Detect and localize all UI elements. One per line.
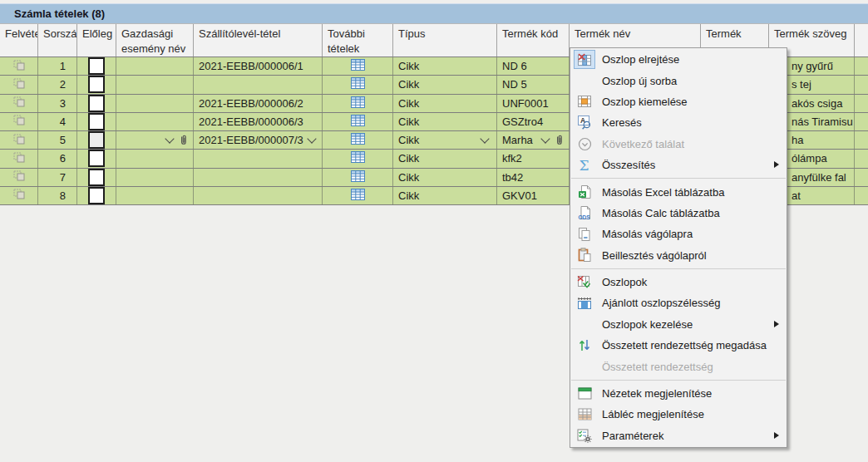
cell-tovabbi-tetelek[interactable]: [323, 150, 393, 167]
cell-tipus[interactable]: Cikk: [393, 57, 497, 75]
cell-szallitolevel-tetel[interactable]: [194, 76, 323, 93]
menu-item[interactable]: ODSMásolás Calc táblázatba: [570, 203, 787, 224]
cell-felvetel[interactable]: [0, 187, 38, 204]
cell-eloleg[interactable]: [77, 113, 116, 130]
cell-tovabbi-tetelek[interactable]: [323, 187, 393, 204]
cell-tipus[interactable]: Cikk: [393, 76, 497, 93]
chevron-down-icon[interactable]: [307, 134, 316, 143]
cell-eloleg[interactable]: [77, 95, 116, 112]
cell-tovabbi-tetelek[interactable]: [323, 113, 393, 130]
cell-sorszam[interactable]: 6: [38, 150, 77, 167]
cell-sorszam[interactable]: 1: [38, 57, 77, 75]
cell-tipus[interactable]: Cikk: [393, 131, 497, 149]
cell-sorszam[interactable]: 8: [38, 187, 77, 204]
cell-szallitolevel-tetel[interactable]: [194, 169, 323, 186]
cell-tipus[interactable]: Cikk: [393, 187, 497, 204]
cell-tipus[interactable]: Cikk: [393, 95, 497, 112]
chevron-down-icon[interactable]: [165, 134, 174, 143]
eloleg-checkbox[interactable]: [88, 57, 105, 75]
column-header-5[interactable]: Szállítólevél-tétel: [194, 24, 323, 57]
cell-szallitolevel-tetel[interactable]: 2021-EEBB/000006/2: [194, 95, 323, 112]
chevron-down-icon[interactable]: [480, 134, 489, 143]
cell-tovabbi-tetelek[interactable]: [323, 131, 393, 149]
cell-gazdasagi-esemeny[interactable]: [116, 57, 194, 75]
cell-szallitolevel-tetel[interactable]: [194, 187, 323, 204]
menu-item[interactable]: Oszlopok: [570, 272, 787, 292]
menu-item[interactable]: Nézetek megjelenítése: [570, 383, 787, 404]
menu-item[interactable]: Lábléc megjelenítése: [570, 404, 787, 425]
cell-eloleg[interactable]: [77, 57, 116, 75]
cell-eloleg[interactable]: [77, 76, 116, 93]
eloleg-checkbox[interactable]: [88, 113, 105, 130]
cell-tovabbi-tetelek[interactable]: [323, 57, 393, 75]
cell-tipus[interactable]: Cikk: [393, 150, 497, 167]
cell-tipus[interactable]: Cikk: [393, 113, 497, 130]
cell-felvetel[interactable]: [0, 131, 38, 149]
cell-tovabbi-tetelek[interactable]: [323, 76, 393, 93]
cell-felvetel[interactable]: [0, 76, 38, 93]
cell-gazdasagi-esemeny[interactable]: [116, 131, 194, 149]
column-header-3[interactable]: Előleg: [77, 24, 116, 57]
cell-sorszam[interactable]: 4: [38, 113, 77, 130]
cell-tovabbi-tetelek[interactable]: [323, 95, 393, 112]
column-header-2[interactable]: Sorszám: [38, 24, 77, 57]
menu-item[interactable]: Oszlopok kezelése: [570, 314, 787, 335]
eloleg-checkbox[interactable]: [88, 95, 105, 112]
cell-gazdasagi-esemeny[interactable]: [116, 76, 194, 93]
eloleg-checkbox[interactable]: [88, 169, 105, 186]
eloleg-checkbox[interactable]: [88, 187, 105, 204]
eloleg-checkbox[interactable]: [88, 76, 105, 93]
cell-gazdasagi-esemeny[interactable]: [116, 169, 194, 186]
cell-tovabbi-tetelek[interactable]: [323, 169, 393, 186]
cell-szallitolevel-tetel[interactable]: [194, 150, 323, 167]
eloleg-checkbox[interactable]: [88, 150, 105, 167]
menu-item[interactable]: Összetett rendezettség megadása: [570, 335, 787, 356]
cell-szallitolevel-tetel[interactable]: 2021-EEBB/000006/1: [194, 57, 323, 75]
menu-item[interactable]: Oszlop új sorba: [570, 70, 787, 91]
menu-item[interactable]: Másolás Excel táblázatba: [570, 181, 787, 202]
chevron-down-icon[interactable]: [540, 134, 550, 143]
cell-eloleg[interactable]: [77, 131, 116, 149]
cell-felvetel[interactable]: [0, 57, 38, 75]
cell-felvetel[interactable]: [0, 169, 38, 186]
menu-item[interactable]: Paraméterek: [570, 425, 787, 446]
cell-gazdasagi-esemeny[interactable]: [116, 187, 194, 204]
paperclip-icon[interactable]: [180, 134, 188, 146]
eloleg-checkbox[interactable]: [88, 131, 105, 149]
cell-felvetel[interactable]: [0, 150, 38, 167]
cell-sorszam[interactable]: 5: [38, 131, 77, 149]
cell-szallitolevel-tetel[interactable]: 2021-EEBB/000006/3: [194, 113, 323, 130]
column-header-4[interactable]: Gazdasági esemény név: [116, 24, 194, 57]
cell-termek-kod[interactable]: Marha: [497, 131, 570, 149]
column-header-1[interactable]: Felvétel: [0, 24, 38, 57]
menu-item[interactable]: Oszlop elrejtése: [570, 49, 787, 70]
cell-termek-kod[interactable]: tb42: [497, 169, 570, 186]
cell-sorszam[interactable]: 2: [38, 76, 77, 93]
cell-gazdasagi-esemeny[interactable]: [116, 150, 194, 167]
cell-felvetel[interactable]: [0, 113, 38, 130]
cell-sorszam[interactable]: 3: [38, 95, 77, 112]
menu-item[interactable]: AKeresés: [570, 112, 787, 133]
cell-eloleg[interactable]: [77, 150, 116, 167]
column-header-7[interactable]: Típus: [393, 24, 497, 57]
menu-item[interactable]: Ajánlott oszlopszélesség: [570, 292, 787, 313]
cell-eloleg[interactable]: [77, 187, 116, 204]
cell-termek-kod[interactable]: ND 6: [497, 57, 570, 75]
cell-termek-kod[interactable]: ND 5: [497, 76, 570, 93]
column-header-8[interactable]: Termék kód: [497, 24, 570, 57]
cell-termek-kod[interactable]: GSZtro4: [497, 113, 570, 130]
menu-item[interactable]: ΣÖsszesítés: [570, 155, 787, 175]
menu-item[interactable]: Beillesztés vágólapról: [570, 245, 787, 266]
cell-termek-kod[interactable]: kfk2: [497, 150, 570, 167]
column-header-6[interactable]: További tételek: [323, 24, 393, 57]
cell-termek-kod[interactable]: GKV01: [497, 187, 570, 204]
cell-gazdasagi-esemeny[interactable]: [116, 95, 194, 112]
cell-gazdasagi-esemeny[interactable]: [116, 113, 194, 130]
cell-sorszam[interactable]: 7: [38, 169, 77, 186]
cell-tipus[interactable]: Cikk: [393, 169, 497, 186]
cell-termek-kod[interactable]: UNF0001: [497, 95, 570, 112]
cell-szallitolevel-tetel[interactable]: 2021-EEBB/000007/3: [194, 131, 323, 149]
menu-item[interactable]: Oszlop kiemelése: [570, 91, 787, 112]
cell-eloleg[interactable]: [77, 169, 116, 186]
menu-item[interactable]: Másolás vágólapra: [570, 224, 787, 244]
